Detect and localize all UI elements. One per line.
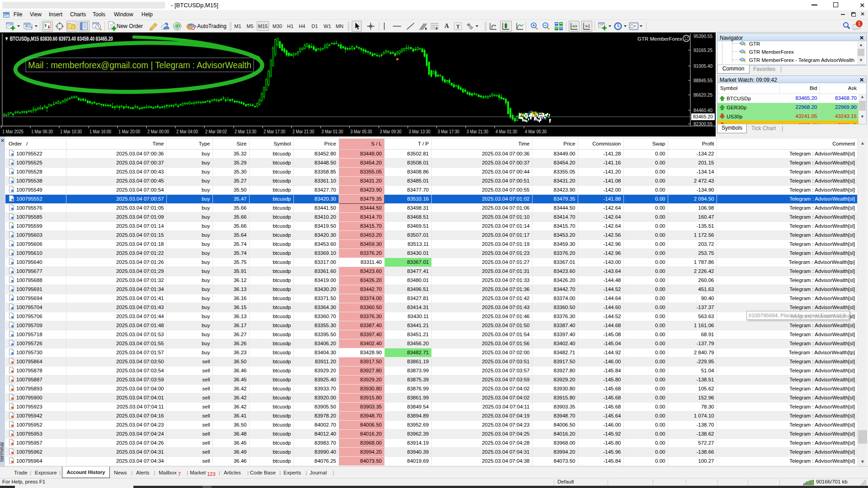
svg-text:3 Mar 09:30: 3 Mar 09:30	[380, 129, 401, 134]
svg-text:91005.40: 91005.40	[693, 63, 712, 69]
svg-text:2 Mar 08:02: 2 Mar 08:02	[205, 129, 227, 134]
svg-text:1 Mar 20:00: 1 Mar 20:00	[118, 129, 140, 134]
svg-text:86620.25: 86620.25	[693, 92, 712, 98]
svg-text:3 Mar 01:30: 3 Mar 01:30	[321, 129, 343, 134]
svg-text:83465.20: 83465.20	[693, 114, 713, 119]
svg-text:E: E	[425, 27, 427, 30]
svg-text:T: T	[456, 23, 460, 30]
svg-text:82300.55: 82300.55	[693, 121, 712, 127]
svg-text:3 Mar 05:30: 3 Mar 05:30	[350, 129, 372, 134]
svg-text:1 Mar 10:30: 1 Mar 10:30	[60, 129, 82, 134]
svg-text:2 Mar 00:00: 2 Mar 00:00	[147, 129, 169, 134]
svg-text:F: F	[436, 27, 438, 30]
svg-text:3 Mar 21:30: 3 Mar 21:30	[467, 129, 488, 134]
svg-text:1 Mar 16:00: 1 Mar 16:00	[90, 129, 111, 134]
svg-text:Mail : memberforex@gmail.com |: Mail : memberforex@gmail.com | Telegram …	[28, 60, 251, 70]
svg-text:2 Mar 13:30: 2 Mar 13:30	[235, 129, 256, 134]
svg-text:4 Mar 01:30: 4 Mar 01:30	[495, 129, 517, 134]
svg-text:4 Mar 05:30: 4 Mar 05:30	[525, 129, 547, 134]
svg-text:2 Mar 21:30: 2 Mar 21:30	[292, 129, 314, 134]
svg-text:2 Mar 17:30: 2 Mar 17:30	[264, 129, 285, 134]
svg-text:95390.55: 95390.55	[693, 33, 712, 39]
svg-text:84460.40: 84460.40	[693, 108, 712, 113]
svg-text:1 Mar 06:30: 1 Mar 06:30	[31, 129, 53, 134]
svg-text:▼ BTCUSDp,M15 83830.60 83973.: ▼ BTCUSDp,M15 83830.60 83973.40 83459.40…	[5, 36, 113, 42]
svg-text:1 Mar 2025: 1 Mar 2025	[2, 129, 24, 134]
svg-text:93165.25: 93165.25	[693, 47, 712, 53]
svg-text:GTR MemberForex: GTR MemberForex	[637, 36, 682, 42]
svg-text:88845.55: 88845.55	[693, 78, 712, 83]
svg-text:2 Mar 04:00: 2 Mar 04:00	[176, 129, 198, 134]
svg-text:3 Mar 17:30: 3 Mar 17:30	[438, 129, 459, 134]
svg-text:3 Mar 13:30: 3 Mar 13:30	[409, 129, 430, 134]
